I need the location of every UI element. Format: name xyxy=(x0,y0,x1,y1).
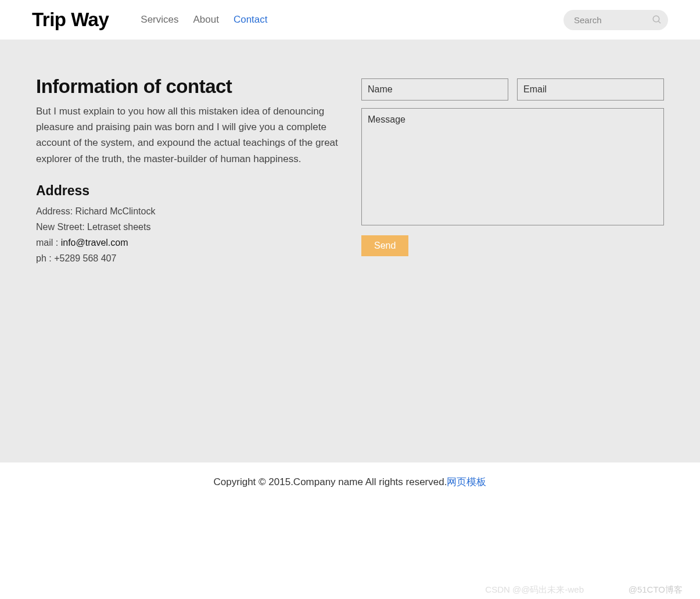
site-footer: Copyright © 2015.Company name All rights… xyxy=(0,462,700,501)
address-line-2: New Street: Letraset sheets xyxy=(36,219,338,235)
main-content: Information of contact But I must explai… xyxy=(0,40,700,462)
message-field[interactable] xyxy=(361,108,664,225)
mail-prefix: mail : xyxy=(36,238,61,248)
contact-info-column: Information of contact But I must explai… xyxy=(36,76,338,439)
phone-line: ph : +5289 568 407 xyxy=(36,250,338,266)
mail-line: mail : info@travel.com xyxy=(36,235,338,250)
contact-description: But I must explain to you how all this m… xyxy=(36,103,338,167)
address-line-1: Address: Richard McClintock xyxy=(36,203,338,219)
page-title: Information of contact xyxy=(36,76,338,98)
send-button[interactable]: Send xyxy=(361,235,408,256)
address-heading: Address xyxy=(36,183,338,199)
search-button[interactable] xyxy=(649,12,665,28)
svg-line-1 xyxy=(658,21,660,23)
form-row xyxy=(361,78,664,101)
name-field[interactable] xyxy=(361,78,508,101)
site-header: Trip Way Services About Contact xyxy=(0,0,700,40)
mail-link[interactable]: info@travel.com xyxy=(61,238,128,248)
search-wrap xyxy=(563,10,668,30)
email-field[interactable] xyxy=(517,78,664,101)
copyright-text: Copyright © 2015.Company name All rights… xyxy=(214,476,447,487)
nav-contact[interactable]: Contact xyxy=(234,14,268,26)
footer-link[interactable]: 网页模板 xyxy=(447,476,486,487)
svg-point-0 xyxy=(653,16,659,22)
contact-form-column: Send xyxy=(361,76,664,439)
main-nav: Services About Contact xyxy=(141,14,267,26)
nav-services[interactable]: Services xyxy=(141,14,178,26)
nav-about[interactable]: About xyxy=(193,14,219,26)
search-icon xyxy=(652,15,662,25)
site-logo: Trip Way xyxy=(32,9,109,31)
